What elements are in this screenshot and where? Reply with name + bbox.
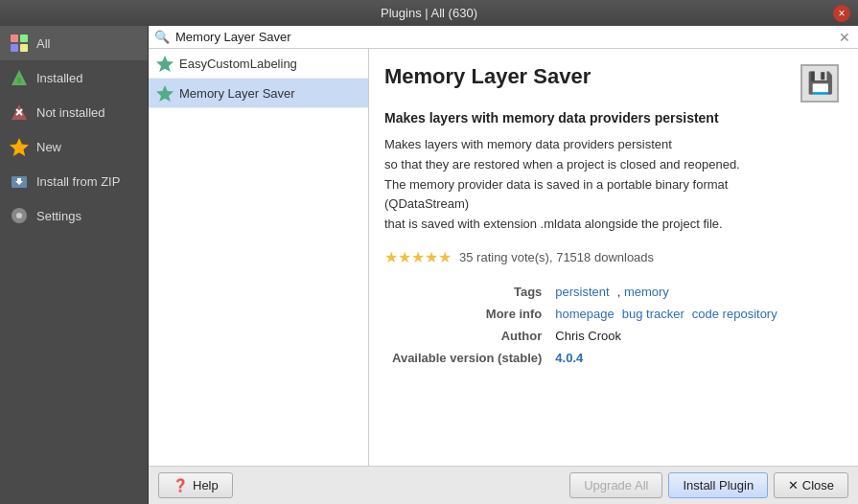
right-panel: 🔍 ✕ EasyCustomLabelingMemory Layer Saver… [149, 26, 858, 504]
tag-link-persistent[interactable]: persistent [555, 285, 609, 299]
plugin-subtitle: Makes layers with memory data providers … [384, 110, 839, 126]
help-button[interactable]: ❓ Help [158, 472, 233, 498]
sidebar-item-all[interactable]: All [0, 26, 148, 60]
sidebar-label-new: New [36, 140, 61, 154]
rating-row: ★★★★★ 35 rating vote(s), 71518 downloads [384, 248, 839, 266]
tags-label: Tags [386, 282, 547, 302]
version-value: 4.0.4 [549, 348, 837, 368]
detail-header: Memory Layer Saver 💾 [384, 64, 839, 103]
search-clear-button[interactable]: ✕ [837, 31, 852, 44]
star-5: ★ [438, 249, 452, 265]
svg-rect-0 [11, 34, 18, 42]
svg-rect-3 [20, 44, 28, 52]
window-close-button[interactable]: × [833, 5, 850, 22]
svg-rect-1 [20, 34, 28, 42]
sidebar-label-settings: Settings [36, 209, 81, 223]
star-3: ★ [411, 249, 425, 265]
author-value: Chris Crook [549, 326, 837, 346]
main-content: AllInstalledNot installedNewInstall from… [0, 26, 858, 504]
version-row: Available version (stable) 4.0.4 [386, 348, 837, 368]
more-info-link-homepage[interactable]: homepage [555, 307, 614, 321]
plugin-list-item-easy-custom-labeling[interactable]: EasyCustomLabeling [149, 49, 368, 79]
plugin-item-icon-easy-custom-labeling [156, 55, 174, 72]
search-input[interactable] [175, 30, 831, 44]
svg-rect-5 [17, 78, 21, 83]
tag-link-memory[interactable]: memory [624, 285, 669, 299]
close-dialog-label: ✕ Close [788, 478, 834, 493]
more-info-link-bug-tracker[interactable]: bug tracker [622, 307, 684, 321]
more-info-label: More info [386, 304, 547, 324]
author-row: Author Chris Crook [386, 326, 837, 346]
install-plugin-button[interactable]: Install Plugin [668, 472, 768, 498]
sidebar: AllInstalledNot installedNewInstall from… [0, 26, 149, 504]
sidebar-icon-settings [10, 206, 29, 225]
rating-text: 35 rating vote(s), 71518 downloads [459, 250, 654, 264]
more-info-row: More info homepagebug trackercode reposi… [386, 304, 837, 324]
tags-value: persistent, memory [549, 282, 837, 302]
plugin-item-label-easy-custom-labeling: EasyCustomLabeling [179, 57, 297, 71]
svg-rect-2 [11, 44, 18, 52]
plugin-large-icon-symbol: 💾 [807, 71, 833, 96]
svg-point-13 [16, 213, 22, 218]
bottom-left: ❓ Help [158, 472, 233, 498]
bottom-bar: ❓ Help Upgrade All Install Plugin ✕ Clos… [149, 466, 858, 504]
svg-marker-14 [156, 56, 174, 72]
stars-container: ★★★★★ [384, 248, 452, 266]
sidebar-item-install-from-zip[interactable]: Install from ZIP [0, 164, 148, 198]
sidebar-icon-all [10, 34, 29, 53]
version-label: Available version (stable) [386, 348, 547, 368]
plugin-item-label-memory-layer-saver: Memory Layer Saver [179, 86, 295, 101]
tags-row: Tags persistent, memory [386, 282, 837, 302]
install-label: Install Plugin [683, 478, 754, 493]
star-4: ★ [425, 249, 438, 265]
plugin-icon-large: 💾 [800, 64, 839, 103]
sidebar-icon-not-installed [10, 103, 29, 122]
sidebar-label-installed: Installed [36, 71, 82, 85]
sidebar-item-not-installed[interactable]: Not installed [0, 95, 148, 129]
content-area: EasyCustomLabelingMemory Layer Saver Mem… [149, 49, 858, 466]
window-title: Plugins | All (630) [381, 6, 477, 20]
plugin-list-item-memory-layer-saver[interactable]: Memory Layer Saver [149, 79, 368, 108]
sidebar-item-new[interactable]: New [0, 129, 148, 164]
help-icon: ❓ [173, 478, 188, 493]
star-2: ★ [398, 249, 411, 265]
sidebar-icon-new [10, 137, 29, 156]
plugin-list: EasyCustomLabelingMemory Layer Saver [149, 49, 369, 466]
author-label: Author [386, 326, 547, 346]
plugin-item-icon-memory-layer-saver [156, 84, 174, 102]
plugin-description: Makes layers with memory data providers … [384, 135, 839, 235]
search-bar: 🔍 ✕ [149, 26, 858, 49]
upgrade-all-label: Upgrade All [584, 478, 648, 493]
titlebar: Plugins | All (630) × [0, 0, 858, 26]
sidebar-label-not-installed: Not installed [36, 105, 105, 120]
sidebar-item-settings[interactable]: Settings [0, 198, 148, 233]
svg-marker-15 [156, 85, 174, 102]
plugin-title: Memory Layer Saver [384, 64, 591, 89]
detail-panel: Memory Layer Saver 💾 Makes layers with m… [369, 49, 858, 466]
meta-table: Tags persistent, memory More info homepa… [384, 280, 839, 370]
sidebar-icon-installed [10, 68, 29, 87]
bottom-right: Upgrade All Install Plugin ✕ Close [569, 472, 848, 498]
help-label: Help [193, 478, 219, 493]
search-icon: 🔍 [154, 30, 170, 44]
more-info-value: homepagebug trackercode repository [549, 304, 837, 324]
sidebar-icon-install-from-zip [10, 172, 29, 191]
sidebar-item-installed[interactable]: Installed [0, 60, 148, 95]
sidebar-label-all: All [36, 36, 50, 51]
upgrade-all-button[interactable]: Upgrade All [569, 472, 662, 498]
svg-marker-9 [10, 138, 29, 156]
close-dialog-button[interactable]: ✕ Close [774, 472, 848, 498]
sidebar-label-install-from-zip: Install from ZIP [36, 174, 120, 189]
star-1: ★ [384, 249, 398, 265]
more-info-link-code-repository[interactable]: code repository [692, 307, 777, 321]
